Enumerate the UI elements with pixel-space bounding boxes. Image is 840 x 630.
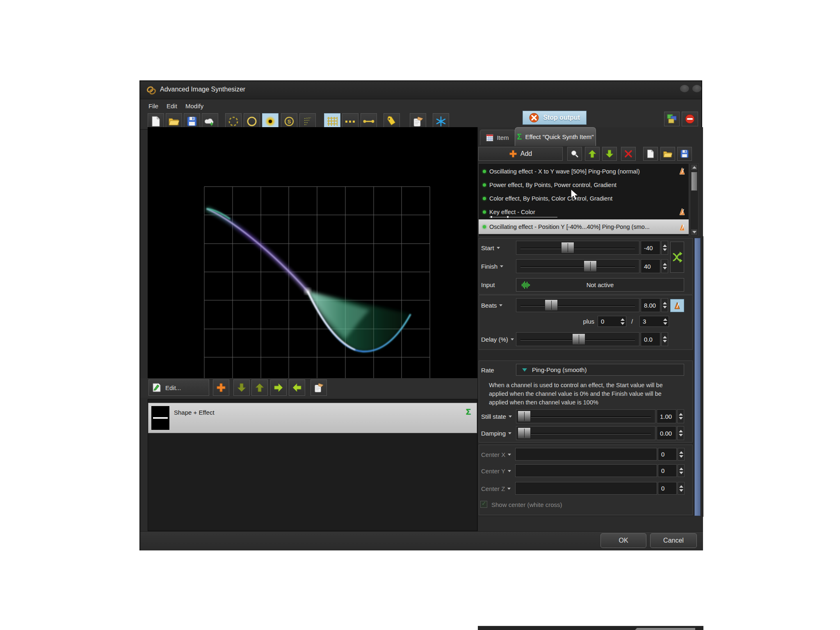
laser-preview-canvas[interactable] <box>148 127 477 378</box>
effect-row-4[interactable]: Key effect - Color <box>479 205 689 219</box>
center-z-value[interactable]: 0 <box>658 482 677 495</box>
still-state-slider-handle[interactable] <box>518 411 531 422</box>
effect-row-5-selected[interactable]: Oscillating effect - Position Y [-40%...… <box>479 219 689 234</box>
effect-list-scrollbar[interactable] <box>690 163 698 236</box>
finish-value[interactable]: 40 <box>641 259 660 273</box>
menu-edit[interactable]: Edit <box>164 102 180 110</box>
center-z-slider[interactable] <box>515 482 657 495</box>
move-shape-down-button[interactable] <box>233 379 250 396</box>
s-circle-icon: S <box>284 116 294 127</box>
start-slider[interactable] <box>516 241 639 255</box>
dropdown-caret-icon[interactable] <box>511 338 514 340</box>
menu-modify[interactable]: Modify <box>183 102 206 110</box>
dropdown-caret-icon[interactable] <box>509 415 512 418</box>
beats-divisor-spinbox[interactable]: 3 <box>639 316 669 327</box>
still-state-slider[interactable] <box>516 409 655 423</box>
active-dot-icon <box>483 170 486 173</box>
add-effect-button[interactable]: Add <box>478 147 563 161</box>
show-center-checkbox[interactable]: ✓ <box>480 501 487 508</box>
dropdown-caret-icon[interactable] <box>499 304 502 306</box>
effect-row-1[interactable]: Oscillating effect - X to Y wave [50%] P… <box>479 164 689 178</box>
shape-list-row[interactable]: Shape + Effect Σ <box>148 403 477 433</box>
dropdown-caret-icon[interactable] <box>508 432 511 434</box>
beats-slider-handle[interactable] <box>545 299 558 311</box>
parameters-scrollbar[interactable] <box>694 238 701 516</box>
save-effect-list-button[interactable] <box>677 147 692 161</box>
dropdown-caret-icon[interactable] <box>507 488 511 490</box>
center-x-spinner[interactable] <box>678 448 685 461</box>
move-effect-up-button[interactable] <box>585 147 600 161</box>
damping-spinner[interactable] <box>677 426 684 440</box>
dropdown-caret-icon[interactable] <box>508 454 511 456</box>
center-y-value[interactable]: 0 <box>658 464 677 477</box>
cancel-button[interactable]: Cancel <box>650 533 697 548</box>
titlebar[interactable]: Advanced Image Synthesizer <box>140 81 701 99</box>
tab-effect[interactable]: Σ Effect "Quick Synth Item" <box>515 127 596 146</box>
swap-start-finish-button[interactable] <box>670 242 684 273</box>
add-shape-button[interactable] <box>213 379 229 396</box>
center-z-spinner[interactable] <box>678 482 685 495</box>
window-button-2[interactable] <box>692 85 701 92</box>
dropdown-caret-icon[interactable] <box>508 470 511 472</box>
rate-label: Rate <box>481 367 494 374</box>
center-x-value[interactable]: 0 <box>658 448 677 461</box>
start-spinner[interactable] <box>661 241 668 255</box>
delay-slider[interactable] <box>516 332 639 346</box>
center-y-spinner[interactable] <box>678 464 685 477</box>
dropdown-caret-icon[interactable] <box>497 247 500 249</box>
delay-value[interactable]: 0.0 <box>641 332 660 346</box>
scroll-down-icon[interactable] <box>691 229 697 235</box>
input-not-active-button[interactable]: Not active <box>516 278 684 292</box>
tab-item[interactable]: Item <box>480 130 515 145</box>
effect-panel: Item Σ Effect "Quick Synth Item" Add <box>477 127 703 531</box>
move-shape-up-button[interactable] <box>251 379 268 396</box>
dropdown-caret-icon[interactable] <box>500 265 503 267</box>
scroll-up-icon[interactable] <box>691 164 697 170</box>
delay-spinner[interactable] <box>661 332 668 346</box>
layers-button[interactable] <box>664 112 680 126</box>
finish-slider[interactable] <box>516 259 639 273</box>
stop-output-button[interactable]: Stop output <box>523 111 587 125</box>
finish-spinner[interactable] <box>661 259 668 273</box>
move-shape-right-button[interactable] <box>270 379 287 396</box>
beats-metronome-button[interactable] <box>670 299 684 312</box>
new-file-icon <box>151 116 160 127</box>
disable-output-button[interactable] <box>682 112 698 126</box>
move-effect-down-button[interactable] <box>602 147 617 161</box>
new-effect-list-button[interactable] <box>643 147 658 161</box>
still-state-spinner[interactable] <box>677 409 684 423</box>
damping-slider[interactable] <box>516 426 655 440</box>
finish-slider-handle[interactable] <box>584 260 597 272</box>
effect-row-3[interactable]: Color effect, By Points, Color Control, … <box>479 192 689 205</box>
delay-slider-handle[interactable] <box>572 333 585 345</box>
beats-plus-spinbox[interactable]: 0 <box>598 316 626 327</box>
rate-dropdown[interactable]: Ping-Pong (smooth) <box>516 364 684 376</box>
still-state-value[interactable]: 1.00 <box>657 409 676 423</box>
effect-row-2[interactable]: Power effect, By Points, Power control, … <box>479 178 689 192</box>
beats-value[interactable]: 8.00 <box>641 298 660 312</box>
paste-shape-button[interactable] <box>310 379 327 396</box>
menu-file[interactable]: File <box>146 102 161 110</box>
scroll-thumb[interactable] <box>691 172 697 191</box>
ok-button[interactable]: OK <box>600 533 646 548</box>
beats-slider[interactable] <box>516 298 639 312</box>
open-effect-list-button[interactable] <box>660 147 675 161</box>
center-x-slider[interactable] <box>515 448 657 461</box>
search-effect-button[interactable] <box>567 147 582 161</box>
delete-effect-button[interactable] <box>621 147 636 161</box>
move-shape-left-button[interactable] <box>289 379 305 396</box>
beats-spinner[interactable] <box>661 298 668 312</box>
beam-list-icon <box>303 117 313 126</box>
window-button-1[interactable] <box>680 85 689 92</box>
start-value[interactable]: -40 <box>641 241 660 255</box>
damping-value[interactable]: 0.00 <box>657 426 676 440</box>
laser-swoosh <box>207 209 411 352</box>
start-slider-handle[interactable] <box>561 242 574 253</box>
key-envelope-line <box>489 217 557 217</box>
shape-list: Shape + Effect Σ <box>148 399 477 531</box>
cloud-sync-icon <box>205 117 215 126</box>
edit-button[interactable]: Edit... <box>148 379 209 396</box>
center-y-slider[interactable] <box>515 464 657 477</box>
damping-slider-handle[interactable] <box>518 427 531 439</box>
favorite-effects-button[interactable]: Favorite Effects <box>626 628 695 630</box>
